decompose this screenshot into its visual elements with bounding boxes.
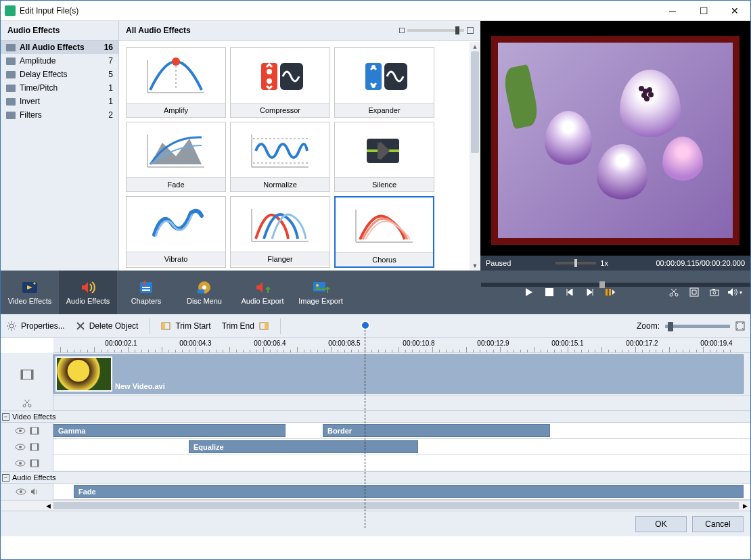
effect-chorus[interactable]: Chorus bbox=[334, 196, 434, 268]
svg-point-42 bbox=[23, 404, 26, 407]
preview-viewport bbox=[480, 21, 750, 256]
svg-rect-26 bbox=[609, 289, 611, 296]
svg-rect-16 bbox=[143, 281, 145, 285]
video-clip[interactable]: New Video.avi bbox=[53, 354, 744, 394]
svg-point-27 bbox=[670, 294, 673, 296]
sidebar-item-invert[interactable]: Invert1 bbox=[1, 95, 118, 108]
svg-rect-24 bbox=[545, 288, 553, 296]
film-icon[interactable] bbox=[30, 443, 39, 451]
svg-point-20 bbox=[202, 285, 206, 289]
effect-fade[interactable]: Fade bbox=[126, 122, 226, 192]
effects-panel: All Audio Effects AmplifyCompressorExpan… bbox=[119, 21, 480, 271]
tab-disc-menu[interactable]: Disc Menu bbox=[175, 271, 233, 314]
gear-icon bbox=[6, 321, 17, 331]
ok-button[interactable]: OK bbox=[635, 516, 687, 532]
svg-rect-30 bbox=[710, 290, 719, 296]
svg-rect-35 bbox=[162, 323, 165, 329]
maximize-button[interactable]: ☐ bbox=[688, 1, 719, 21]
svg-rect-48 bbox=[37, 427, 39, 434]
tab-chapters[interactable]: Chapters bbox=[117, 271, 175, 314]
close-button[interactable]: ✕ bbox=[719, 1, 750, 21]
effect-vibrato[interactable]: Vibrato bbox=[126, 196, 226, 268]
svg-point-45 bbox=[19, 429, 22, 432]
tab-image-export[interactable]: Image Export bbox=[292, 271, 350, 314]
properties-button[interactable]: Properties... bbox=[6, 321, 65, 331]
video-effect-gamma[interactable]: Gamma bbox=[53, 424, 286, 437]
svg-point-31 bbox=[713, 291, 716, 294]
zoom-fit-icon[interactable] bbox=[735, 321, 745, 331]
preview-panel: Paused 1x 00:00:09.115 / 00:00:20.000 bbox=[480, 21, 750, 271]
svg-rect-41 bbox=[31, 370, 33, 379]
svg-point-33 bbox=[9, 324, 14, 328]
trim-end-button[interactable]: Trim End bbox=[222, 321, 269, 331]
effect-expander[interactable]: Expander bbox=[334, 47, 434, 118]
cancel-button[interactable]: Cancel bbox=[692, 516, 744, 532]
sidebar-item-all-audio-effects[interactable]: All Audio Effects16 bbox=[1, 41, 118, 54]
speed-value: 1x bbox=[600, 259, 608, 267]
video-effect-border[interactable]: Border bbox=[323, 424, 550, 437]
thumbnail-size-slider[interactable] bbox=[399, 27, 474, 34]
clip-name: New Video.avi bbox=[115, 382, 165, 390]
svg-point-28 bbox=[675, 294, 678, 296]
svg-rect-32 bbox=[712, 289, 715, 290]
minimize-button[interactable]: ─ bbox=[657, 1, 688, 21]
time-total: 00:00:20.000 bbox=[702, 259, 745, 267]
seek-bar[interactable] bbox=[481, 283, 750, 287]
folder-icon bbox=[6, 98, 16, 106]
trim-end-icon bbox=[258, 321, 269, 331]
svg-rect-58 bbox=[37, 460, 39, 467]
folder-icon bbox=[6, 112, 16, 119]
playhead[interactable] bbox=[365, 323, 365, 528]
trim-start-button[interactable]: Trim Start bbox=[160, 321, 210, 331]
app-icon bbox=[5, 5, 16, 16]
film-icon[interactable] bbox=[30, 459, 39, 467]
tab-video-effects[interactable]: Video Effects bbox=[1, 271, 59, 314]
effect-normalize[interactable]: Normalize bbox=[230, 122, 330, 192]
svg-point-7 bbox=[371, 65, 376, 69]
effect-amplify[interactable]: Amplify bbox=[126, 47, 226, 118]
effects-scrollbar[interactable]: ▲ ▼ bbox=[470, 42, 480, 271]
timeline-hscrollbar[interactable]: ◀ ▶ bbox=[1, 500, 750, 511]
speed-slider[interactable] bbox=[555, 262, 596, 264]
folder-icon bbox=[6, 57, 16, 65]
eye-icon[interactable] bbox=[16, 488, 26, 496]
time-current: 00:00:09.115 bbox=[656, 259, 699, 267]
effects-category-sidebar: Audio Effects All Audio Effects16Amplitu… bbox=[1, 21, 119, 271]
video-effects-section[interactable]: −Video Effects bbox=[1, 411, 750, 423]
effect-compressor[interactable]: Compressor bbox=[230, 47, 330, 118]
title-bar: Edit Input File(s) ─ ☐ ✕ bbox=[1, 1, 750, 21]
audio-effect-fade[interactable]: Fade bbox=[74, 485, 744, 498]
eye-icon[interactable] bbox=[15, 459, 26, 467]
sidebar-item-delay-effects[interactable]: Delay Effects5 bbox=[1, 68, 118, 81]
scissors-icon[interactable] bbox=[22, 398, 32, 408]
timeline-ruler[interactable]: 00:00:02.100:00:04.300:00:06.400:00:08.5… bbox=[53, 338, 750, 353]
delete-object-button[interactable]: Delete Object bbox=[76, 321, 139, 331]
sidebar-item-filters[interactable]: Filters2 bbox=[1, 108, 118, 122]
dialog-button-bar: OK Cancel bbox=[1, 511, 750, 536]
svg-rect-18 bbox=[142, 289, 150, 291]
playback-status: Paused bbox=[486, 259, 511, 267]
sidebar-item-amplitude[interactable]: Amplitude7 bbox=[1, 54, 118, 68]
svg-rect-21 bbox=[198, 289, 204, 294]
edit-toolbar: Properties... Delete Object Trim Start T… bbox=[1, 314, 750, 338]
audio-effects-section[interactable]: −Audio Effects bbox=[1, 471, 750, 484]
svg-rect-29 bbox=[690, 288, 698, 296]
folder-icon bbox=[6, 85, 16, 92]
folder-icon bbox=[6, 44, 16, 51]
svg-point-8 bbox=[371, 84, 376, 88]
x-icon bbox=[76, 321, 85, 331]
tab-audio-export[interactable]: Audio Export bbox=[233, 271, 292, 314]
film-icon[interactable] bbox=[30, 427, 39, 435]
zoom-label: Zoom: bbox=[637, 321, 660, 331]
svg-point-55 bbox=[19, 462, 22, 465]
eye-icon[interactable] bbox=[15, 443, 26, 451]
eye-icon[interactable] bbox=[15, 427, 26, 435]
effect-silence[interactable]: Silence bbox=[334, 122, 434, 192]
video-effect-equalize[interactable]: Equalize bbox=[189, 440, 418, 453]
tab-audio-effects[interactable]: Audio Effects bbox=[59, 271, 117, 314]
speaker-icon[interactable] bbox=[30, 488, 39, 496]
effect-flanger[interactable]: Flanger bbox=[230, 196, 330, 268]
zoom-slider[interactable] bbox=[665, 325, 730, 328]
sidebar-item-time-pitch[interactable]: Time/Pitch1 bbox=[1, 81, 118, 95]
svg-point-3 bbox=[267, 69, 272, 74]
